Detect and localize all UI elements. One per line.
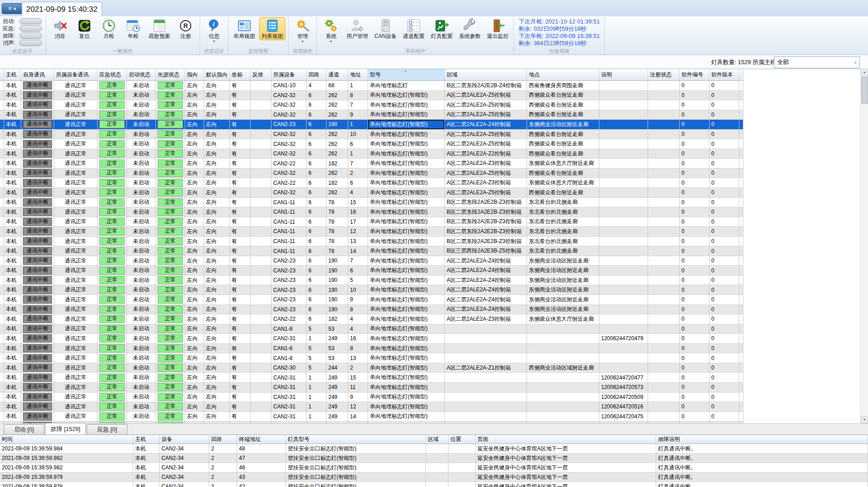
light-button[interactable]: 灯具配置 <box>429 17 455 40</box>
register-button[interactable]: R注册 <box>174 17 197 40</box>
info-button[interactable]: i信息▾ <box>203 17 225 43</box>
scrollbar-thumb[interactable] <box>861 77 868 104</box>
table-row[interactable]: 本机通讯中断通讯正常正常未启动正常左向左向有CAN2-3262621单向地埋标志… <box>0 149 743 159</box>
column-header-注册状态[interactable]: 注册状态 <box>648 69 680 81</box>
table-row[interactable]: 本机通讯中断通讯正常正常未启动正常左向左向有CAN2-3052442单向地埋标志… <box>0 363 743 373</box>
table-row[interactable]: 本机通讯中断通讯正常正常未启动正常左向左向有CAN1-85538单向地埋标志灯(… <box>0 343 743 353</box>
channel-button[interactable]: 通道配置 <box>401 17 427 40</box>
table-row[interactable]: 本机通讯中断通讯正常正常未启动正常左向左向有CAN1-855313单向地埋标志灯… <box>0 353 743 363</box>
table-row[interactable]: 本机通讯中断通讯正常正常未启动正常左向左向有CAN2-3262624单向地埋标志… <box>0 188 743 198</box>
vertical-scrollbar[interactable]: ▲ ▼ <box>860 69 868 423</box>
table-row[interactable]: 本机通讯中断通讯正常正常未启动正常左向左向有CAN2-2361901单向地埋标志… <box>0 120 743 130</box>
fault-column-header[interactable]: 故障说明 <box>656 435 868 444</box>
column-header-说明[interactable]: 说明 <box>599 69 648 81</box>
tab-emergency[interactable]: 应急 [0] <box>87 424 127 435</box>
fault-row[interactable]: 2021-09-09 15:39:59.984本机CAN2-34248壁挂安全出… <box>0 444 868 454</box>
fault-column-header[interactable]: 设备 <box>159 435 209 444</box>
table-row[interactable]: 本机通讯中断通讯正常正常未启动正常左向左向有CAN2-2361908单向地埋标志… <box>0 304 743 314</box>
monthly-button[interactable]: 月检 <box>98 17 120 40</box>
fault-column-header[interactable]: 主机 <box>133 435 159 444</box>
table-row[interactable]: 本机通讯中断通讯正常正常未启动正常左向左向有CAN1-1167816单向地埋标志… <box>0 207 743 217</box>
table-row[interactable]: 本机通讯中断通讯正常正常未启动正常左向左向有CAN1-104681单向地埋标志灯… <box>0 81 743 91</box>
column-header-应急状态[interactable]: 应急状态 <box>98 69 127 81</box>
table-row[interactable]: 本机通讯中断通讯正常正常未启动正常左向左向有CAN2-3262622单向地埋标志… <box>0 168 743 178</box>
column-header-地址[interactable]: 地址 <box>348 69 368 81</box>
table-row[interactable]: 本机通讯中断通讯正常正常未启动正常左向左向有CAN2-32626210单向地埋标… <box>0 129 743 139</box>
column-header-通道[interactable]: 通道 <box>327 69 348 81</box>
table-row[interactable]: 本机通讯中断通讯正常正常未启动正常左向左向有CAN2-3262627单向地埋标志… <box>0 100 743 110</box>
table-row[interactable]: 本机通讯中断通讯正常正常未启动正常左向左向有CAN2-31124916单向地埋标… <box>0 334 743 344</box>
fault-column-header[interactable]: 终端地址 <box>237 435 286 444</box>
column-header-光源状态[interactable]: 光源状态 <box>156 69 185 81</box>
manage-button[interactable]: 管理▾ <box>291 17 314 43</box>
table-row[interactable]: 本机通讯中断通讯正常正常未启动正常左向左向有CAN2-2361905单向地埋标志… <box>0 275 743 285</box>
column-header-回路[interactable]: 回路 <box>307 69 327 81</box>
table-row[interactable]: 本机通讯中断通讯正常正常未启动正常左向左向有CAN2-31124914单向地埋标… <box>0 412 743 421</box>
column-header-区域[interactable]: 区域 <box>445 69 527 81</box>
column-header-软件编号[interactable]: 软件编号 <box>680 69 709 81</box>
column-header-blank[interactable] <box>739 69 743 81</box>
table-row[interactable]: 本机通讯中断通讯正常正常未启动正常左向左向有CAN2-31124912单向地埋标… <box>0 402 743 412</box>
fault-column-header[interactable]: 区域 <box>426 435 448 444</box>
column-header-坐标[interactable]: 坐标 <box>230 69 251 81</box>
column-header-软件版本[interactable]: 软件版本 <box>709 69 739 81</box>
table-row[interactable]: 本机通讯中断通讯正常正常未启动正常左向左向有CAN2-3112499单向地埋标志… <box>0 392 743 402</box>
column-header-型号[interactable]: 型号▲ <box>368 69 445 81</box>
table-row[interactable]: 本机通讯中断通讯正常正常未启动正常左向左向有CAN2-2361906单向地埋标志… <box>0 266 743 276</box>
fault-row[interactable]: 2021-09-09 15:39:59.979本机CAN2-34243壁挂安全出… <box>0 473 868 482</box>
table-row[interactable]: 本机通讯中断通讯正常正常未启动正常左向左向有CAN1-1167814单向地埋标志… <box>0 246 743 256</box>
exit-button[interactable]: 退出监控 <box>485 17 511 40</box>
column-header-反接[interactable]: 反接 <box>251 69 271 81</box>
table-row[interactable]: 本机通讯中断通讯正常正常未启动正常左向左向有CAN1-1167813单向地埋标志… <box>0 236 743 246</box>
table-row[interactable]: 本机通讯中断通讯正常正常未启动正常左向左向有CAN2-3262628单向地埋标志… <box>0 90 743 100</box>
table-row[interactable]: 本机通讯中断通讯正常正常未启动正常左向左向有CAN2-23619010单向地埋标… <box>0 285 743 295</box>
column-header-默认指向[interactable]: 默认指向 <box>204 69 230 81</box>
table-cell <box>648 363 680 373</box>
reset-button[interactable]: 复位 <box>73 17 96 40</box>
table-row[interactable]: 本机通讯中断通讯正常正常未启动正常左向左向有CAN2-2261827单向地埋标志… <box>0 159 743 169</box>
table-row[interactable]: 本机通讯中断通讯正常正常未启动正常左向左向有CAN2-2261826单向地埋标志… <box>0 178 743 188</box>
system-button[interactable]: 系统▾ <box>320 17 342 43</box>
column-header-所属设备通讯[interactable]: 所属设备通讯 <box>54 69 98 81</box>
table-row[interactable]: 本机通讯中断通讯正常正常未启动正常左向左向有CAN2-31124911单向地埋标… <box>0 382 743 392</box>
tab-start[interactable]: 启动 [0] <box>4 424 44 435</box>
column-header-指向[interactable]: 指向 <box>185 69 204 81</box>
fault-row[interactable]: 2021-09-09 15:39:59.978本机CAN2-34242壁挂安全出… <box>0 482 868 487</box>
fault-column-header[interactable]: 灯具型号 <box>286 435 426 444</box>
mute-button[interactable]: 消音 <box>49 17 71 40</box>
fault-column-header[interactable]: 时间 <box>0 435 133 444</box>
fault-column-header[interactable]: 页面 <box>476 435 656 444</box>
fault-column-header[interactable]: 回路 <box>209 435 237 444</box>
params-button[interactable]: 系统参数 <box>457 17 483 40</box>
app-menu-button[interactable]: ≡ ▾ <box>2 3 23 14</box>
can-button[interactable]: CAN设备 <box>372 17 399 40</box>
fault-row[interactable]: 2021-09-09 15:39:59.982本机CAN2-34246壁挂安全出… <box>0 463 868 473</box>
table-row[interactable]: 本机通讯中断通讯正常正常未启动正常左向左向有CAN2-2261824单向地埋标志… <box>0 314 743 324</box>
column-header-自身通讯[interactable]: 自身通讯 <box>21 69 54 81</box>
column-header-blank[interactable] <box>0 69 4 81</box>
list-button[interactable]: 列表视图 <box>259 17 285 40</box>
column-header-启动状态[interactable]: 启动状态 <box>127 69 156 81</box>
evacuation-button[interactable]: 疏散预案 <box>146 17 173 40</box>
host-select-dropdown[interactable]: 全部 ˅ <box>774 56 860 68</box>
table-row[interactable]: 本机通讯中断通讯正常正常未启动正常左向左向有CAN2-2361909单向地埋标志… <box>0 295 743 305</box>
table-row[interactable]: 本机通讯中断通讯正常正常未启动正常左向左向有CAN1-1167812单向地埋标志… <box>0 227 743 237</box>
table-row[interactable]: 本机通讯中断通讯正常正常未启动正常左向左向有CAN1-85534单向地埋标志灯(… <box>0 324 743 334</box>
tab-fault[interactable]: 故障 [1529] <box>45 423 86 435</box>
user-button[interactable]: 用户管理 <box>344 17 370 40</box>
layout-button[interactable]: 布局视图 <box>231 17 257 40</box>
table-row[interactable]: 本机通讯中断通讯正常正常未启动正常左向左向有CAN2-3262626单向地埋标志… <box>0 139 743 149</box>
table-row[interactable]: 本机通讯中断通讯正常正常未启动正常左向左向有CAN1-1167817单向地埋标志… <box>0 217 743 227</box>
table-row[interactable]: 本机通讯中断通讯正常正常未启动正常左向左向有CAN2-3262629单向地埋标志… <box>0 110 743 120</box>
table-row[interactable]: 本机通讯中断通讯正常正常未启动正常左向左向有CAN2-31124915单向地埋标… <box>0 373 743 383</box>
table-row[interactable]: 本机通讯中断通讯正常正常未启动正常左向左向有CAN2-2361907单向地埋标志… <box>0 256 743 266</box>
column-header-地点[interactable]: 地点 <box>527 69 599 81</box>
annual-button[interactable]: 年检 <box>122 17 145 40</box>
fault-column-header[interactable]: 位置 <box>448 435 476 444</box>
scroll-down-arrow[interactable]: ▼ <box>861 416 868 423</box>
scroll-up-arrow[interactable]: ▲ <box>861 69 868 76</box>
column-header-所属设备[interactable]: 所属设备 <box>271 69 307 81</box>
table-row[interactable]: 本机通讯中断通讯正常正常未启动正常左向左向有CAN1-1167815单向地埋标志… <box>0 197 743 207</box>
fault-row[interactable]: 2021-09-09 15:39:59.982本机CAN2-34247壁挂安全出… <box>0 454 868 463</box>
column-header-主机[interactable]: 主机 <box>4 69 21 81</box>
